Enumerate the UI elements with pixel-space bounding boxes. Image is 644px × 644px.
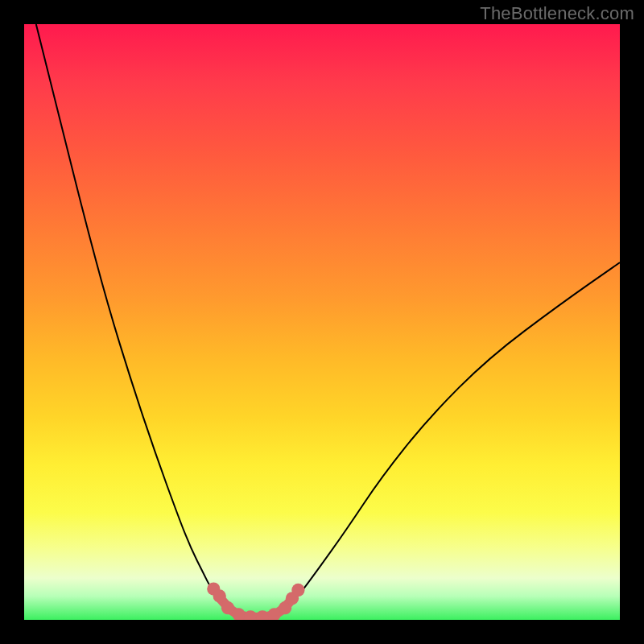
series-right-branch: [275, 262, 620, 617]
series-left-branch: [36, 24, 239, 617]
valley-marker-dot: [213, 589, 226, 602]
valley-markers: [207, 582, 304, 620]
valley-marker-dot: [291, 584, 304, 597]
left-branch-path: [36, 24, 239, 617]
chart-svg: [24, 24, 620, 620]
right-branch-path: [275, 262, 620, 617]
watermark-label: TheBottleneck.com: [480, 3, 634, 24]
plot-area: [24, 24, 620, 620]
chart-frame: TheBottleneck.com: [0, 0, 644, 644]
